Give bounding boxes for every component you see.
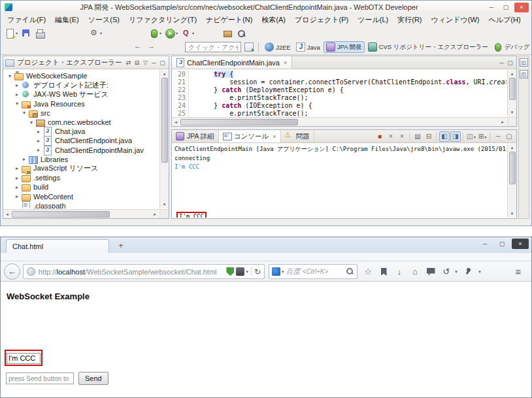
editor-vertical-scrollbar[interactable]: ▴ ▾ xyxy=(507,70,516,116)
terminate-icon[interactable]: ■ xyxy=(374,131,385,142)
tree-collapsed-arrow-icon[interactable]: ▸ xyxy=(13,175,21,181)
maximize-view-icon[interactable]: ▢ xyxy=(504,131,514,142)
debug-button[interactable]: ▾ xyxy=(147,27,163,39)
minimize-icon[interactable]: ─ xyxy=(476,239,493,249)
tree-item[interactable]: ▸build xyxy=(4,182,159,191)
scroll-right-icon[interactable]: ▸ xyxy=(499,118,507,126)
close-tab-icon[interactable]: × xyxy=(273,133,276,140)
tree-expanded-arrow-icon[interactable]: ▾ xyxy=(13,101,21,107)
reload-icon[interactable]: ↻ xyxy=(254,267,261,276)
menu-item[interactable]: 編集(E) xyxy=(50,14,84,26)
close-tab-icon[interactable]: × xyxy=(284,59,287,66)
tree-expanded-arrow-icon[interactable]: ▾ xyxy=(6,73,14,79)
tree-collapsed-arrow-icon[interactable]: ▸ xyxy=(13,91,21,97)
run-button[interactable]: ▾ xyxy=(163,27,179,39)
tree-collapsed-arrow-icon[interactable]: ▸ xyxy=(20,156,28,162)
minimize-view-icon[interactable]: ─ xyxy=(150,57,158,69)
scroll-lock-icon[interactable]: ⊟ xyxy=(424,131,434,142)
annotation-next-button[interactable] xyxy=(145,41,158,53)
show-on-stderr-icon[interactable]: ◨ xyxy=(450,131,461,142)
display-selected-console-icon[interactable]: ◫▾ xyxy=(466,131,476,142)
menu-item[interactable]: ウィンドウ(W) xyxy=(427,14,484,26)
perspective-cvs-button[interactable]: CVS リポジトリー・エクスプローラー xyxy=(366,42,490,52)
perspective-j2ee-button[interactable]: J2EE xyxy=(263,42,293,52)
console-vertical-scrollbar[interactable]: ▴ ▾ xyxy=(507,144,516,218)
perspective-java-button[interactable]: Java xyxy=(294,42,322,52)
menu-icon[interactable]: ≡ xyxy=(512,266,525,278)
scroll-left-icon[interactable]: ◂ xyxy=(172,118,180,126)
scroll-up-icon[interactable]: ▴ xyxy=(508,144,516,152)
scroll-down-icon[interactable]: ▾ xyxy=(508,210,516,218)
jpa-details-tab[interactable]: JPA 詳細 xyxy=(172,130,219,142)
tree-collapsed-arrow-icon[interactable]: ▸ xyxy=(13,184,21,190)
menu-item[interactable]: ヘルプ(H) xyxy=(484,14,525,26)
perspective-jpa-button[interactable]: JPA 開発 xyxy=(324,41,365,53)
dropdown-arrow-icon[interactable]: ▾ xyxy=(484,135,486,139)
menu-item[interactable]: リファクタリング(T) xyxy=(124,14,201,26)
perspective-debug-button[interactable]: デバッグ xyxy=(491,42,531,52)
scroll-down-icon[interactable]: ▾ xyxy=(508,108,516,116)
downloads-icon[interactable]: ↓ xyxy=(393,266,406,278)
tree-item[interactable]: ▸ChatClientEndpointMain.jav xyxy=(4,146,159,155)
menu-item[interactable]: プロジェクト(P) xyxy=(290,14,353,26)
dropdown-arrow-icon[interactable]: ▾ xyxy=(192,31,194,35)
tree-collapsed-arrow-icon[interactable]: ▸ xyxy=(13,82,21,88)
menu-item[interactable]: 実行(R) xyxy=(393,14,426,26)
editor-horizontal-scrollbar[interactable]: ◂ ▸ xyxy=(172,117,507,126)
open-console-icon[interactable]: ⊞▾ xyxy=(477,131,488,142)
bookmark-star-icon[interactable]: ☆ xyxy=(361,266,374,278)
tree-item[interactable]: ▸ChatClientEndpoint.java xyxy=(4,136,159,145)
new-wizard-button[interactable]: ▾ xyxy=(3,27,19,39)
feedback-icon[interactable] xyxy=(424,266,437,278)
scrollbar-thumb[interactable] xyxy=(509,78,516,100)
minimize-icon[interactable]: ─ xyxy=(484,3,499,12)
tree-collapsed-arrow-icon[interactable]: ▸ xyxy=(35,129,42,135)
tree-item[interactable]: ▸WebContent xyxy=(4,191,159,201)
link-with-editor-icon[interactable]: ⇄ xyxy=(124,57,133,69)
tree-collapsed-arrow-icon[interactable]: ▸ xyxy=(13,165,21,171)
maximize-icon[interactable]: ▢ xyxy=(499,3,513,12)
back-button[interactable]: ← xyxy=(4,263,20,280)
dropdown-arrow-icon[interactable]: ▾ xyxy=(159,31,161,35)
menu-item[interactable]: ナビゲート(N) xyxy=(201,14,257,26)
minimize-view-icon[interactable]: ─ xyxy=(497,57,506,69)
search-engine-icon[interactable] xyxy=(272,267,280,276)
maximize-view-icon[interactable]: ▢ xyxy=(506,57,514,69)
history-icon[interactable]: ↺ xyxy=(440,266,453,278)
restore-view-icon[interactable]: ◱ xyxy=(520,58,528,67)
dropdown-arrow-icon[interactable]: ▾ xyxy=(100,31,102,35)
save-button[interactable] xyxy=(20,27,33,39)
tree-expanded-arrow-icon[interactable]: ▾ xyxy=(27,120,35,125)
scroll-left-icon[interactable]: ◂ xyxy=(3,210,11,218)
chevron-down-icon[interactable]: ▾ xyxy=(453,266,459,278)
tree-item[interactable]: ▾com.nec.websocket xyxy=(4,118,159,127)
tree-item[interactable]: ▸JAX-WS Web サービス xyxy=(4,90,159,99)
tree-item[interactable]: ▸.settings xyxy=(4,173,159,182)
message-input[interactable] xyxy=(7,353,41,364)
ide-titlebar[interactable]: JPA 開発 - WebSocketSample/src/com/nec/web… xyxy=(1,1,531,14)
external-tools-button[interactable]: ▾ xyxy=(88,27,103,39)
tree-expanded-arrow-icon[interactable]: ▾ xyxy=(20,110,28,116)
remove-launch-icon[interactable]: × xyxy=(386,131,396,142)
url-bar[interactable]: http:// localhost /WebSocketSample/webso… xyxy=(23,264,265,279)
explorer-vertical-scrollbar[interactable]: ▴ ▾ xyxy=(159,70,169,208)
scrollbar-thumb[interactable] xyxy=(180,119,298,125)
home-icon[interactable]: ⌂ xyxy=(408,266,422,278)
dropdown-arrow-icon[interactable]: ▾ xyxy=(474,135,476,139)
search-bar[interactable]: ▾ 百度 <Ctrl+K> xyxy=(269,264,357,279)
bookmarks-menu-icon[interactable] xyxy=(377,266,390,278)
clear-console-icon[interactable]: ▤ xyxy=(412,131,423,142)
profile-button[interactable]: ▾ xyxy=(180,27,195,39)
scroll-up-icon[interactable]: ▴ xyxy=(508,70,516,78)
maximize-icon[interactable]: ▢ xyxy=(493,239,510,249)
annotation-prev-button[interactable] xyxy=(131,41,144,53)
editor-tab[interactable]: ChatClientEndpointMain.java × xyxy=(172,56,292,69)
tree-item[interactable]: ▸JavaScript リソース xyxy=(4,164,159,173)
menu-item[interactable]: 検索(A) xyxy=(257,14,290,26)
tree-collapsed-arrow-icon[interactable]: ▸ xyxy=(13,193,21,199)
scrollbar-thumb[interactable] xyxy=(509,152,516,184)
remove-all-launches-icon[interactable]: × xyxy=(397,131,407,142)
tree-item[interactable]: .classpath xyxy=(4,201,159,208)
send-button[interactable]: Send xyxy=(78,372,108,385)
new-tab-button[interactable]: + xyxy=(113,240,129,252)
